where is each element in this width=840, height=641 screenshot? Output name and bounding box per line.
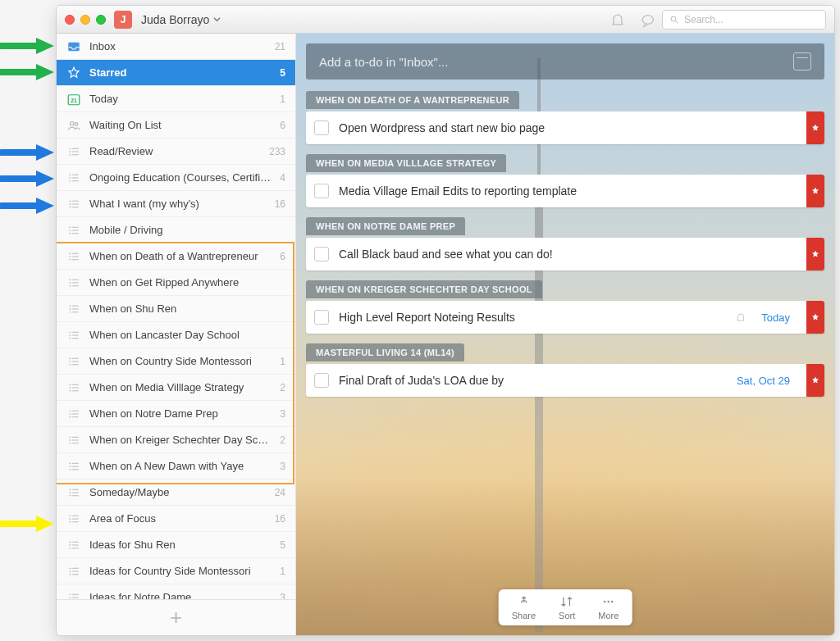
star-flag[interactable] <box>806 238 824 270</box>
traffic-lights[interactable] <box>65 15 106 25</box>
sidebar-item-read[interactable]: Read/Review 233 <box>57 139 295 165</box>
sidebar-item-ripped[interactable]: When on Get Ripped Anywhere <box>57 270 295 296</box>
sidebar-item-ideas-shuren[interactable]: Ideas for Shu Ren 5 <box>57 532 295 558</box>
sidebar-item-count: 1 <box>280 566 285 577</box>
sidebar-item-waiting[interactable]: Waiting On List 6 <box>57 112 295 139</box>
bell-icon[interactable] <box>609 11 626 28</box>
star-flag[interactable] <box>806 111 824 144</box>
user-name: Juda Borrayo <box>141 13 209 26</box>
sidebar-item-count: 1 <box>280 93 285 105</box>
list-icon <box>66 459 81 474</box>
task-row[interactable]: Open Wordpress and start new bio page <box>306 111 824 144</box>
task-title: Media Village Email Edits to reporting t… <box>339 184 797 198</box>
sidebar-item-lancaster[interactable]: When on Lancaster Day School <box>57 322 295 348</box>
task-row[interactable]: Media Village Email Edits to reporting t… <box>306 175 824 207</box>
annotation-arrow <box>0 194 57 217</box>
star-flag[interactable] <box>806 175 824 207</box>
sidebar-item-kreiger[interactable]: When on Kreiger Schechter Day School 2 <box>57 427 295 453</box>
task-row[interactable]: Call Black baud and see what you can do! <box>306 238 824 270</box>
more-button[interactable]: More <box>598 594 619 621</box>
sidebar-item-label: When on Media Villlage Strategy <box>89 381 272 393</box>
list-icon <box>66 302 81 316</box>
sidebar-item-count: 5 <box>280 67 285 79</box>
sidebar-item-focus[interactable]: Area of Focus 16 <box>57 506 295 532</box>
sidebar-item-why[interactable]: What I want (my why's) 16 <box>57 191 295 217</box>
people-icon <box>66 118 81 133</box>
sidebar-item-label: When on Lancaster Day School <box>89 329 277 341</box>
sidebar-item-label: When on Shu Ren <box>89 302 277 315</box>
sidebar-item-starred[interactable]: Starred 5 <box>57 60 295 86</box>
app-window: J Juda Borrayo Search... Inbox 21 Starre… <box>56 5 835 636</box>
group-header[interactable]: MASTERFUL LIVING 14 (ML14) <box>306 343 464 361</box>
svg-point-7 <box>608 601 609 602</box>
sidebar: Inbox 21 Starred 5 21 Today 1 Waiting On… <box>57 34 296 635</box>
star-flag[interactable] <box>806 301 824 334</box>
account-menu[interactable]: J Juda Borrayo <box>114 11 221 29</box>
sort-button[interactable]: Sort <box>559 594 575 621</box>
sidebar-item-shuren[interactable]: When on Shu Ren <box>57 296 295 322</box>
list-icon <box>66 590 81 600</box>
sidebar-item-inbox[interactable]: Inbox 21 <box>57 34 295 60</box>
sidebar-item-wantrepreneur[interactable]: When on Death of a Wantrepreneur 6 <box>57 243 295 270</box>
sidebar-item-count: 233 <box>269 146 285 157</box>
list-icon <box>66 433 81 448</box>
sidebar-item-countryside[interactable]: When on Country Side Montessori 1 <box>57 348 295 375</box>
add-todo-input[interactable]: Add a to-do in "Inbox"... <box>306 43 824 80</box>
calendar-icon[interactable] <box>793 52 811 70</box>
sort-label: Sort <box>559 611 575 621</box>
chat-icon[interactable] <box>639 11 655 28</box>
task-row[interactable]: High Level Report Noteing ResultsToday <box>306 301 824 334</box>
inbox-icon <box>66 39 81 54</box>
task-title: Call Black baud and see what you can do! <box>339 248 797 261</box>
add-list-button[interactable]: + <box>57 599 295 635</box>
task-group: WHEN ON MEDIA VILLLAGE STRATEGY Media Vi… <box>306 154 824 207</box>
sidebar-item-notredame[interactable]: When on Notre Dame Prep 3 <box>57 401 295 427</box>
group-header[interactable]: WHEN ON DEATH OF A WANTREPRENEUR <box>306 91 519 109</box>
svg-rect-1 <box>68 42 80 51</box>
annotation-arrow <box>0 61 57 84</box>
sidebar-item-today[interactable]: 21 Today 1 <box>57 86 295 112</box>
share-button[interactable]: Share <box>512 594 536 621</box>
sidebar-item-label: Waiting On List <box>89 119 272 131</box>
add-todo-placeholder: Add a to-do in "Inbox"... <box>319 55 448 69</box>
sidebar-item-dawn[interactable]: When on A New Dawn with Yaye 3 <box>57 453 295 480</box>
list-icon <box>66 564 81 579</box>
sidebar-item-count: 3 <box>280 461 285 472</box>
group-header[interactable]: WHEN ON KREIGER SCHECHTER DAY SCHOOL <box>306 280 542 298</box>
checkbox[interactable] <box>314 120 329 135</box>
list-icon <box>66 407 81 421</box>
list-icon <box>66 485 81 500</box>
task-group: WHEN ON DEATH OF A WANTREPRENEUR Open Wo… <box>306 91 824 144</box>
task-row[interactable]: Final Draft of Juda's LOA due bySat, Oct… <box>306 364 824 397</box>
checkbox[interactable] <box>314 247 329 261</box>
sidebar-item-edu[interactable]: Ongoing Education (Courses, Certificatio… <box>57 165 295 191</box>
search-input[interactable]: Search... <box>662 10 826 30</box>
list-icon <box>66 249 81 264</box>
maximize-window-button[interactable] <box>96 15 106 25</box>
reminder-icon <box>735 311 746 323</box>
sidebar-item-ideas-notredame[interactable]: Ideas for Notre Dame 3 <box>57 584 295 599</box>
group-header[interactable]: WHEN ON MEDIA VILLLAGE STRATEGY <box>306 154 506 172</box>
checkbox[interactable] <box>314 184 329 198</box>
chevron-down-icon <box>213 16 221 23</box>
list-icon <box>66 380 81 395</box>
sidebar-item-media[interactable]: When on Media Villlage Strategy 2 <box>57 375 295 401</box>
close-window-button[interactable] <box>65 15 75 25</box>
sidebar-item-label: Ongoing Education (Courses, Certificatio… <box>89 171 272 184</box>
star-flag[interactable] <box>806 364 824 397</box>
minimize-window-button[interactable] <box>80 15 90 25</box>
sidebar-item-mobile[interactable]: Mobile / Driving <box>57 217 295 243</box>
checkbox[interactable] <box>314 310 329 325</box>
list-icon <box>66 223 81 238</box>
list-icon <box>66 170 81 185</box>
titlebar: J Juda Borrayo Search... <box>57 6 834 34</box>
sidebar-item-someday[interactable]: Someday/Maybe 24 <box>57 480 295 506</box>
svg-point-0 <box>671 16 676 21</box>
sidebar-item-ideas-country[interactable]: Ideas for Country Side Montessori 1 <box>57 558 295 584</box>
list-icon <box>66 354 81 369</box>
sidebar-list: Inbox 21 Starred 5 21 Today 1 Waiting On… <box>57 34 295 599</box>
group-header[interactable]: WHEN ON NOTRE DAME PREP <box>306 217 465 235</box>
checkbox[interactable] <box>314 373 329 388</box>
sidebar-item-count: 21 <box>275 41 285 52</box>
sidebar-item-label: When on Get Ripped Anywhere <box>89 276 277 289</box>
